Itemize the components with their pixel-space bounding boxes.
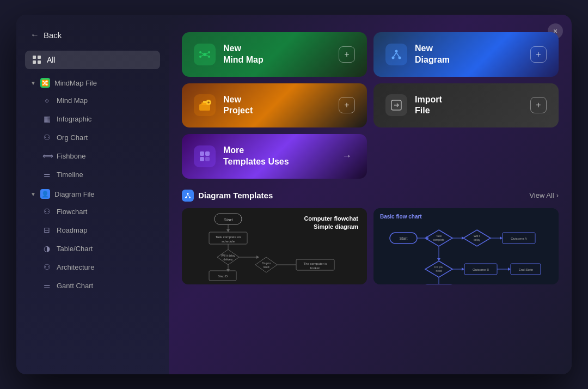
grid-icon: [33, 56, 41, 64]
mindmap-card-icon: [194, 44, 216, 65]
flowchart-preview: Computer flowchatSimple diagram Start Ta…: [182, 208, 367, 284]
view-all-chevron-icon: ›: [556, 191, 559, 199]
svg-point-0: [203, 53, 206, 56]
chevron-down-icon-2: ▼: [30, 191, 36, 197]
new-project-card[interactable]: + NewProject +: [182, 83, 367, 128]
sidebar-item-flowchart[interactable]: ⚇ Flowchart: [25, 203, 160, 220]
svg-rect-23: [200, 157, 204, 161]
svg-text:End State: End State: [519, 268, 534, 271]
view-all-button[interactable]: View All ›: [529, 191, 559, 199]
main-content: ×: [169, 15, 572, 374]
svg-text:need: need: [263, 265, 269, 269]
more-templates-card[interactable]: MoreTemplates Uses →: [182, 134, 367, 179]
svg-text:Step D: Step D: [218, 275, 228, 278]
templates-card-icon: [194, 145, 216, 167]
svg-marker-42: [256, 256, 259, 259]
import-card-title: ImportFile: [415, 94, 442, 117]
templates-title: Diagram Templates: [182, 190, 273, 202]
fishbone-item-icon: ⟺: [42, 151, 51, 160]
mindmap-item-icon: ⟐: [42, 96, 51, 105]
svg-text:Will it: Will it: [474, 234, 481, 238]
diagram-card-text: NewDiagram: [415, 43, 450, 66]
svg-point-27: [189, 197, 191, 198]
project-card-icon: +: [194, 94, 216, 116]
gantt-item-icon: ⚌: [42, 281, 51, 290]
svg-line-7: [206, 53, 208, 54]
svg-point-9: [395, 50, 398, 52]
import-file-card[interactable]: ImportFile +: [373, 83, 559, 128]
template-card-flowchart[interactable]: Computer flowchatSimple diagram Start Ta…: [182, 208, 367, 284]
sidebar-item-timeline-label: Timeline: [57, 171, 83, 179]
sidebar: ← Back All ▼ 🔀 MindMap File ⟐ Mind Map ▦…: [16, 15, 169, 374]
sidebar-item-gantt-label: Gantt Chart: [57, 282, 93, 290]
svg-text:need: need: [436, 269, 442, 272]
svg-text:broken: broken: [310, 266, 320, 270]
all-label: All: [47, 56, 56, 64]
orgchart-item-icon: ⚇: [42, 133, 51, 142]
svg-rect-21: [200, 151, 204, 156]
templates-card-title: MoreTemplates Uses: [223, 145, 289, 168]
sidebar-item-mindmap[interactable]: ⟐ Mind Map: [25, 92, 160, 108]
mindmap-section-label: MindMap File: [54, 79, 97, 87]
diagram-section-header[interactable]: ▼ 👤 Diagram File: [25, 185, 160, 201]
svg-point-25: [187, 193, 189, 194]
svg-marker-81: [508, 268, 511, 271]
mindmap-card-title: NewMind Map: [223, 43, 264, 66]
sidebar-item-mindmap-label: Mind Map: [57, 96, 88, 105]
templates-title-icon: [182, 190, 194, 202]
card-left: NewDiagram: [385, 43, 450, 66]
sidebar-item-orgchart[interactable]: ⚇ Org Chart: [25, 129, 160, 145]
all-item[interactable]: All: [25, 51, 160, 69]
templates-arrow-icon: →: [339, 148, 355, 165]
sidebar-item-infographic[interactable]: ▦ Infographic: [25, 111, 160, 127]
diagram-card-icon: [385, 44, 407, 65]
card-left: ImportFile: [385, 94, 442, 117]
sidebar-item-fishbone-label: Fishbone: [57, 152, 85, 160]
diagram-plus-button[interactable]: +: [530, 46, 547, 63]
svg-rect-22: [205, 151, 210, 156]
project-card-text: NewProject: [223, 94, 253, 117]
import-plus-button[interactable]: +: [530, 97, 547, 113]
sidebar-item-gantt[interactable]: ⚌ Gantt Chart: [25, 277, 160, 294]
tablechart-item-icon: ◑: [42, 244, 51, 253]
sidebar-item-timeline[interactable]: ⚌ Timeline: [25, 166, 160, 183]
svg-point-10: [392, 56, 395, 59]
templates-header: Diagram Templates View All ›: [182, 190, 559, 202]
svg-text:delay: delay: [474, 238, 480, 241]
flowchart-preview-title: Computer flowchatSimple diagram: [304, 215, 358, 232]
infographic-item-icon: ▦: [42, 114, 51, 123]
roadmap-item-icon: ⊟: [42, 226, 51, 234]
svg-text:delivery: delivery: [223, 258, 233, 261]
svg-point-4: [208, 56, 210, 58]
mindmap-section-icon: 🔀: [40, 78, 50, 88]
chevron-down-icon: ▼: [30, 80, 36, 86]
svg-line-29: [188, 194, 189, 197]
svg-point-1: [199, 51, 201, 53]
basic-flow-svg: Start Task complete Will it: [373, 219, 559, 284]
basic-flow-preview: Basic flow chart Start Task complete: [373, 208, 559, 284]
mindmap-plus-button[interactable]: +: [339, 46, 355, 63]
mindmap-card-text: NewMind Map: [223, 43, 264, 66]
svg-text:Outcome B: Outcome B: [473, 268, 489, 271]
svg-line-12: [394, 52, 396, 57]
flowchart-item-icon: ⚇: [42, 207, 51, 216]
new-mindmap-card[interactable]: NewMind Map +: [182, 32, 367, 77]
diagram-section-label: Diagram File: [54, 190, 95, 198]
template-card-basic-flow[interactable]: Basic flow chart Start Task complete: [373, 208, 559, 284]
sidebar-item-roadmap[interactable]: ⊟ Roadmap: [25, 222, 160, 238]
svg-text:Task: Task: [436, 234, 442, 238]
mindmap-section-header[interactable]: ▼ 🔀 MindMap File: [25, 74, 160, 90]
sidebar-item-architecture[interactable]: ⚇ Architecture: [25, 259, 160, 275]
sidebar-item-tablechart[interactable]: ◑ Table/Chart: [25, 240, 160, 257]
new-diagram-card[interactable]: NewDiagram +: [373, 32, 559, 77]
svg-line-5: [201, 53, 203, 54]
card-left: NewMind Map: [194, 43, 264, 66]
svg-text:Do you: Do you: [262, 262, 271, 265]
svg-marker-38: [217, 250, 239, 265]
card-left: + NewProject: [194, 94, 253, 117]
sidebar-item-orgchart-label: Org Chart: [57, 133, 88, 142]
templates-card-text: MoreTemplates Uses: [223, 145, 289, 168]
sidebar-item-fishbone[interactable]: ⟺ Fishbone: [25, 148, 160, 164]
project-plus-button[interactable]: +: [339, 97, 355, 113]
back-button[interactable]: ← Back: [25, 26, 160, 44]
